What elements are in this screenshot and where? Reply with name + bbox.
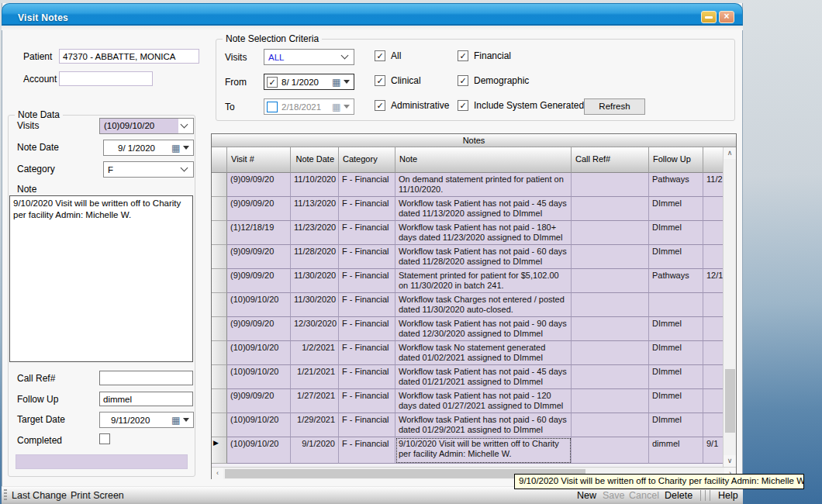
- check-administrative[interactable]: ✓Administrative: [375, 100, 449, 111]
- help-button[interactable]: Help: [718, 490, 738, 501]
- row-indicator[interactable]: ▶: [212, 437, 227, 464]
- criteria-group-label: Note Selection Criteria: [223, 33, 322, 44]
- col-header-indicator[interactable]: [212, 147, 227, 173]
- cell-note-date: 1/27/2021: [291, 389, 339, 413]
- print-screen-button[interactable]: Print Screen: [71, 490, 124, 501]
- col-header-visit[interactable]: Visit #: [227, 147, 291, 173]
- separator: [705, 490, 706, 501]
- row-indicator[interactable]: [212, 317, 227, 341]
- call-ref-input[interactable]: [99, 371, 193, 385]
- cancel-button[interactable]: Cancel: [629, 490, 659, 501]
- note-textarea[interactable]: 9/10/2020 Visit will be written off to C…: [9, 195, 193, 362]
- col-header-follow-up[interactable]: Follow Up: [649, 147, 703, 173]
- delete-button[interactable]: Delete: [665, 490, 692, 501]
- cell-visit: (1)12/18/19: [227, 221, 291, 245]
- cell-extra: [703, 293, 723, 317]
- cell-extra: [703, 413, 723, 437]
- table-row[interactable]: (10)09/10/201/2/2021F - FinancialWorkflo…: [212, 341, 723, 365]
- table-row[interactable]: (9)09/09/2011/30/2020F - FinancialStatem…: [212, 269, 723, 293]
- category-combo[interactable]: F: [103, 161, 194, 178]
- cell-extra: 12/1: [703, 269, 723, 293]
- cell-call-ref: [572, 341, 649, 365]
- check-clinical[interactable]: ✓Clinical: [375, 75, 421, 86]
- scroll-left-icon[interactable]: ‹: [212, 468, 223, 479]
- check-include-system-generated[interactable]: ✓Include System Generated: [458, 100, 584, 111]
- row-indicator[interactable]: [212, 269, 227, 293]
- minimize-button[interactable]: [701, 11, 717, 23]
- last-change-button[interactable]: Last Change: [12, 490, 67, 501]
- new-button[interactable]: New: [577, 490, 596, 501]
- check-demographic[interactable]: ✓Demographic: [458, 75, 529, 86]
- row-indicator[interactable]: [212, 197, 227, 221]
- row-indicator[interactable]: [212, 341, 227, 365]
- row-indicator[interactable]: [212, 413, 227, 437]
- follow-up-label: Follow Up: [17, 394, 58, 405]
- col-header-note[interactable]: Note: [395, 147, 572, 173]
- table-row[interactable]: (9)09/09/201/27/2021F - FinancialWorkflo…: [212, 389, 723, 413]
- row-indicator[interactable]: [212, 221, 227, 245]
- cell-call-ref: [572, 245, 649, 269]
- cell-follow-up: dimmel: [649, 437, 703, 464]
- cell-extra: [703, 389, 723, 413]
- to-checkbox[interactable]: [267, 102, 278, 112]
- note-date-picker[interactable]: 9/ 1/2020 ▦: [103, 140, 194, 156]
- cell-follow-up: [649, 293, 703, 317]
- statusbar-grip: [4, 489, 7, 502]
- visits-combo[interactable]: (10)09/10/20: [99, 118, 194, 134]
- cell-visit: (9)09/09/20: [227, 269, 291, 293]
- table-row[interactable]: (9)09/09/2011/13/2020F - FinancialWorkfl…: [212, 197, 723, 221]
- col-header-call-ref[interactable]: Call Ref#: [572, 147, 649, 173]
- row-indicator[interactable]: [212, 365, 227, 389]
- row-indicator[interactable]: [212, 293, 227, 317]
- table-row[interactable]: (10)09/10/201/29/2021F - FinancialWorkfl…: [212, 413, 723, 437]
- completed-checkbox[interactable]: [99, 433, 110, 444]
- col-header-note-date[interactable]: Note Date: [291, 147, 339, 173]
- close-button[interactable]: ×: [719, 11, 734, 23]
- check-financial[interactable]: ✓Financial: [458, 50, 511, 61]
- to-date-picker[interactable]: 2/18/2021 ▦: [264, 98, 354, 115]
- cell-follow-up: DImmel: [649, 413, 703, 437]
- table-row[interactable]: (10)09/10/2011/30/2020F - FinancialWorkf…: [212, 293, 723, 317]
- vertical-scrollbar[interactable]: ∧ ∨: [723, 147, 736, 467]
- table-row[interactable]: (9)09/09/2011/10/2020F - FinancialOn dem…: [212, 173, 723, 197]
- from-checkbox[interactable]: ✓: [267, 77, 278, 88]
- table-row[interactable]: (1)12/18/1911/23/2020F - FinancialWorkfl…: [212, 221, 723, 245]
- row-indicator[interactable]: [212, 389, 227, 413]
- from-date-picker[interactable]: ✓ 8/ 1/2020 ▦: [264, 74, 354, 90]
- save-button[interactable]: Save: [603, 490, 625, 501]
- scroll-down-icon[interactable]: ∨: [724, 455, 736, 467]
- note-tooltip: 9/10/2020 Visit will be written off to C…: [514, 474, 804, 489]
- cell-note: Workflow task Patient has not paid - 90 …: [395, 317, 572, 341]
- table-row[interactable]: (9)09/09/2012/30/2020F - FinancialWorkfl…: [212, 317, 723, 341]
- cell-follow-up: Pathways: [649, 269, 703, 293]
- table-row[interactable]: ▶(10)09/10/209/1/2020F - Financial9/10/2…: [212, 437, 723, 464]
- row-indicator[interactable]: [212, 245, 227, 269]
- cell-category: F - Financial: [339, 293, 395, 317]
- col-header-category[interactable]: Category: [339, 147, 395, 173]
- target-date-picker[interactable]: 9/11/2020 ▦: [99, 412, 194, 428]
- follow-up-input[interactable]: dimmel: [99, 392, 193, 406]
- col-header-extra[interactable]: [703, 147, 723, 173]
- criteria-visits-combo[interactable]: ALL: [264, 49, 354, 65]
- to-date-value: 2/18/2021: [278, 102, 332, 112]
- cell-follow-up: DImmel: [649, 245, 703, 269]
- scroll-up-icon[interactable]: ∧: [724, 147, 736, 159]
- completed-label: Completed: [17, 435, 62, 446]
- cell-visit: (10)09/10/20: [227, 437, 291, 464]
- window-titlebar[interactable]: Visit Notes ×: [2, 3, 743, 26]
- table-row[interactable]: (10)09/10/201/21/2021F - FinancialWorkfl…: [212, 365, 723, 389]
- from-date-value: 8/ 1/2020: [278, 78, 332, 87]
- table-row[interactable]: (9)09/09/2011/28/2020F - FinancialWorkfl…: [212, 245, 723, 269]
- calendar-icon: ▦: [332, 102, 342, 112]
- check-all[interactable]: ✓All: [375, 50, 401, 61]
- cell-follow-up: DImmel: [649, 317, 703, 341]
- vertical-scroll-thumb[interactable]: [725, 369, 735, 433]
- cell-note: Workflow task Patient has not paid - 180…: [395, 221, 572, 245]
- from-label: From: [225, 77, 247, 88]
- cell-call-ref: [572, 269, 649, 293]
- cell-call-ref: [572, 317, 649, 341]
- cell-extra: [703, 365, 723, 389]
- refresh-button[interactable]: Refresh: [584, 98, 645, 115]
- cell-extra: 11/2: [703, 173, 723, 197]
- row-indicator[interactable]: [212, 173, 227, 197]
